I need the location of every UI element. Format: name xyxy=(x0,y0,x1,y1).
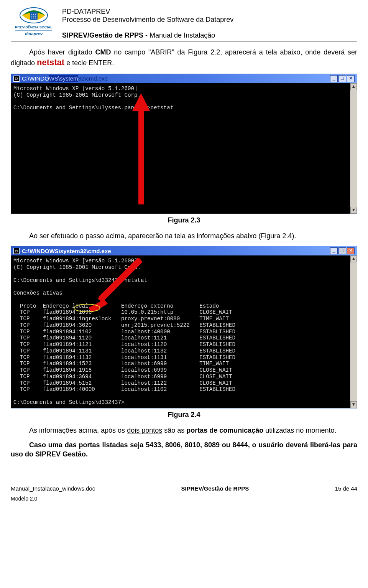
scroll-up-icon[interactable]: ▲ xyxy=(350,255,357,262)
svg-text:dataprev: dataprev xyxy=(25,31,43,36)
window-buttons: _ □ × xyxy=(330,247,355,254)
p4-bold: Caso uma das portas listadas seja 5433, … xyxy=(11,441,357,458)
figure-2-3-caption: Figura 2.3 xyxy=(11,216,357,224)
terminal1-output: Microsoft Windows XP [versão 5.1.2600] (… xyxy=(12,85,348,112)
footer-right: 15 de 44 xyxy=(335,485,357,492)
t1-title-a: C:\WINDO xyxy=(22,75,49,82)
terminal2-titlebar: c\ C:\WINDOWS\system32\cmd.exe _ □ × xyxy=(11,246,357,255)
maximize-icon[interactable]: □ xyxy=(338,247,346,254)
scroll-down-icon[interactable]: ▼ xyxy=(350,207,357,214)
paragraph-4: Caso uma das portas listadas seja 5433, … xyxy=(11,440,357,459)
close-icon[interactable]: × xyxy=(347,247,355,254)
svg-point-7 xyxy=(35,16,36,17)
paragraph-2: Ao ser efetuado o passo acima, aparecerã… xyxy=(11,231,357,240)
t1-title-b: WS\system xyxy=(49,75,78,82)
header-line3-bold: SIPREV/Gestão de RPPS xyxy=(62,31,143,39)
minimize-icon[interactable]: _ xyxy=(330,247,338,254)
p3-c: utilizadas no momento. xyxy=(263,427,336,434)
cmd-icon: c\ xyxy=(13,76,20,82)
annotation-arrow-up xyxy=(132,93,150,204)
svg-point-9 xyxy=(33,18,34,19)
p1-d: e tecle ENTER. xyxy=(64,59,114,67)
header-line3-rest: - Manual de Instalação xyxy=(143,31,215,39)
logo: PREVIDÊNCIA SOCIAL dataprev xyxy=(11,7,57,40)
terminal1-titlebar: c\ C:\WINDOWS\system32\cmd.exe _ □ × xyxy=(11,74,357,83)
svg-point-3 xyxy=(33,14,34,15)
svg-text:PREVIDÊNCIA SOCIAL: PREVIDÊNCIA SOCIAL xyxy=(15,25,53,29)
terminal1-title: C:\WINDOWS\system32\cmd.exe xyxy=(22,75,330,82)
svg-point-2 xyxy=(31,14,33,15)
p3-a: As informações acima, após os xyxy=(29,427,127,434)
window-buttons: _ □ × xyxy=(330,75,355,82)
header-line1: PD-DATAPREV xyxy=(62,8,357,16)
footer-modelo: Modelo 2.0 xyxy=(11,496,357,502)
p1-cmd: CMD xyxy=(95,48,111,56)
svg-marker-17 xyxy=(99,258,142,301)
footer-mid: SIPREV/Gestão de RPPS xyxy=(181,485,249,492)
paragraph-1: Após haver digitado CMD no campo "ABRIR"… xyxy=(11,48,357,68)
scrollbar[interactable]: ▲ ▼ xyxy=(350,83,357,214)
header-line2: Processo de Desenvolvimento de Software … xyxy=(62,16,357,24)
svg-point-4 xyxy=(35,14,36,15)
terminal-screenshot-1: c\ C:\WINDOWS\system32\cmd.exe _ □ × ▲ ▼… xyxy=(11,74,357,214)
header-line3: SIPREV/Gestão de RPPS - Manual de Instal… xyxy=(62,31,357,40)
svg-point-8 xyxy=(31,18,33,19)
scroll-down-icon[interactable]: ▼ xyxy=(350,401,357,408)
terminal-screenshot-2: c\ C:\WINDOWS\system32\cmd.exe _ □ × ▲ ▼… xyxy=(11,246,357,408)
figure-2-4-caption: Figura 2.4 xyxy=(11,411,357,419)
p1-netstat: netstat xyxy=(37,58,64,67)
p3-under: dois pontos xyxy=(127,427,162,434)
p3-b: são as xyxy=(162,427,186,434)
maximize-icon[interactable]: □ xyxy=(338,75,346,82)
footer-row: Manual_Instalacao_windows.doc SIPREV/Ges… xyxy=(11,482,357,492)
svg-marker-14 xyxy=(132,93,150,204)
p1-a: Após haver digitado xyxy=(29,48,95,56)
t1-title-c: 32\cmd.exe xyxy=(78,75,108,82)
svg-point-10 xyxy=(35,18,36,19)
p3-bold: portas de comunicação xyxy=(186,427,263,434)
svg-point-6 xyxy=(33,16,34,17)
terminal2-title: C:\WINDOWS\system32\cmd.exe xyxy=(22,248,330,254)
terminal2-output: Microsoft Windows XP [versão 5.1.2600] (… xyxy=(12,257,348,406)
close-icon[interactable]: × xyxy=(347,75,355,82)
cmd-icon: c\ xyxy=(13,248,20,254)
annotation-arrow-diag xyxy=(89,258,142,311)
page-header: PREVIDÊNCIA SOCIAL dataprev PD-DATAPREV … xyxy=(11,7,357,41)
minimize-icon[interactable]: _ xyxy=(330,75,338,82)
svg-point-5 xyxy=(31,16,33,17)
scrollbar[interactable]: ▲ ▼ xyxy=(350,255,357,408)
paragraph-3: As informações acima, após os dois ponto… xyxy=(11,426,357,435)
footer-left: Manual_Instalacao_windows.doc xyxy=(11,485,95,492)
scroll-up-icon[interactable]: ▲ xyxy=(350,83,357,90)
